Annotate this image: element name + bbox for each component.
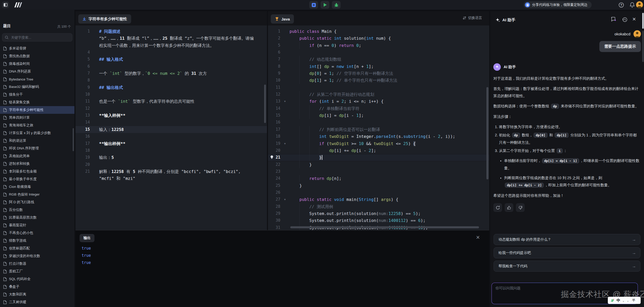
sidebar-item-20[interactable]: 阿 D 的飞行路线 (0, 198, 74, 206)
sidebar-item-24[interactable]: 不再贪心的小包 (0, 229, 74, 237)
description-row[interactable]: 12 (75, 105, 267, 112)
page-scrollbar-track-segment[interactable] (642, 31, 644, 62)
new-chat-icon[interactable] (611, 17, 617, 22)
fold-chevron-icon[interactable]: ▾ (282, 98, 287, 105)
description-row[interactable]: 5## 输入格式 (75, 56, 267, 63)
description-row[interactable]: 18 (75, 147, 267, 154)
description-row[interactable]: 程实现一个函数，用来计算一个数字有多少种不同的翻译方法。 (75, 42, 267, 49)
code-line-23[interactable]: 23 (268, 168, 489, 175)
code-line-13[interactable]: 13▾ for (int i = 2; i <= n; i++) { (268, 98, 489, 105)
code-line-1[interactable]: 1public class Main { (268, 28, 489, 35)
close-panel-icon[interactable]: ✕ (632, 16, 636, 22)
description-row[interactable]: 13**输入样例** (75, 112, 267, 119)
code-line-30[interactable]: 30 System.out.println(solution(num:14001… (268, 217, 489, 224)
sidebar-item-29[interactable]: 蛋糕工厂 (0, 268, 74, 275)
code-editor[interactable]: 1public class Main {2 public static int … (268, 26, 489, 230)
description-row[interactable]: 20 (75, 161, 267, 168)
sidebar-item-19[interactable]: RGB 色值转 Integer (0, 191, 74, 198)
sidebar-item-23[interactable]: 暴雨梨花针 (0, 221, 74, 229)
code-line-19[interactable]: 19▾ if (twoDigit >= 10 && twoDigit <= 25… (268, 140, 489, 147)
sidebar-item-18[interactable]: Cion 勒索病毒 (0, 183, 74, 191)
editor-horizontal-scrollbar[interactable] (290, 226, 479, 228)
code-line-25[interactable]: 25 } (268, 182, 489, 189)
notification-bell-icon[interactable] (630, 2, 635, 8)
description-row[interactable]: 10 (75, 91, 267, 98)
regenerate-button[interactable] (493, 203, 502, 212)
sidebar-item-4[interactable]: Bytedance Tree (0, 75, 74, 83)
description-row[interactable]: 17**输出样例** (75, 140, 267, 147)
problem-tab[interactable]: 字符串有多少种可能性 (78, 14, 131, 24)
sidebar-item-34[interactable]: 二分数字 (0, 306, 74, 307)
share-campaign-pill[interactable]: 分享代码练习体验，领限量定制周边 (524, 1, 592, 8)
ime-status-bar[interactable]: 中。，半 (608, 297, 641, 304)
sidebar-item-0[interactable]: 多米诺骨牌 (0, 45, 74, 52)
code-line-10[interactable]: 10 dp[1] = 1; // 单个字符也只有一种翻译方法 (268, 77, 489, 84)
sidebar-item-28[interactable]: 打点计数器 (0, 260, 74, 268)
sidebar-item-8[interactable]: 字符串有多少种可能性 (0, 106, 74, 114)
output-tab[interactable]: 输出 (80, 234, 94, 242)
sidebar-item-2[interactable]: 病毒感染时间 (0, 60, 74, 68)
description-row[interactable]: 14 (75, 119, 267, 126)
sidebar-item-12[interactable]: 和的逆运算 (0, 137, 74, 145)
description-row[interactable]: 19输出：5 (75, 154, 267, 161)
output-close-icon[interactable]: ✕ (476, 235, 480, 240)
sidebar-item-15[interactable]: 进制求和转换 (0, 160, 74, 168)
sidebar-item-33[interactable]: 二叉树供暖 (0, 298, 74, 306)
description-row[interactable]: “b”，……，11 翻译成 “l”，……，25 翻译成 “z”。一个数字可能有多… (75, 35, 267, 42)
sidebar-item-27[interactable]: 穿越沙漠的补给次数 (0, 252, 74, 260)
code-line-17[interactable]: 17 // 判断前两位是否可以一起翻译 (268, 126, 489, 133)
thumbs-up-button[interactable] (505, 203, 513, 212)
code-line-18[interactable]: 18 int twoDigit = Integer.parseInt(s.sub… (268, 133, 489, 140)
code-line-28[interactable]: 28 // 测试用例 (268, 203, 489, 210)
fold-chevron-icon[interactable]: ▾ (282, 140, 287, 147)
user-avatar[interactable] (636, 1, 643, 8)
code-line-15[interactable]: 15 dp[i] = dp[i - 1]; (268, 112, 489, 119)
code-line-14[interactable]: 14 // 单独翻译当前字符 (268, 105, 489, 112)
sidebar-item-6[interactable]: 猫鱼分干 (0, 91, 74, 98)
sidebar-item-11[interactable]: 计算位置 x 到 y 的最少步数 (0, 129, 74, 137)
sidebar-item-22[interactable]: 比赛最高获胜次数 (0, 214, 74, 221)
sidebar-item-16[interactable]: 拿到最多红包金额 (0, 168, 74, 175)
description-row[interactable]: 8 (75, 77, 267, 84)
description-row[interactable]: 7一个 `int` 型的数字，`0 <= num <= 2` 的 31 次方 (75, 70, 267, 77)
sidebar-toggle-button[interactable] (2, 2, 9, 8)
suggestion-chip-1[interactable]: 给我一些代码提示吧→ (494, 247, 640, 258)
sidebar-item-31[interactable]: 叠盘子 (0, 283, 74, 291)
code-line-21[interactable]: 21 } (268, 154, 489, 161)
code-line-8[interactable]: 8 int[] dp = new int[n + 1]; (268, 63, 489, 70)
new-run-button[interactable] (309, 1, 318, 9)
sidebar-item-26[interactable]: 创意标题匹配 (0, 244, 74, 252)
suggestion-chip-2[interactable]: 帮我检查一下代码→ (494, 261, 640, 272)
problem-scrollbar[interactable] (264, 85, 266, 123)
sidebar-item-9[interactable]: 简单四则计算 (0, 114, 74, 121)
code-line-22[interactable]: 22 } (268, 161, 489, 168)
sidebar-item-30[interactable]: SQL 代码补全 (0, 275, 74, 283)
language-tab[interactable]: Java (271, 14, 294, 24)
code-line-20[interactable]: 20 dp[i] += dp[i - 2]; (268, 147, 489, 154)
code-line-2[interactable]: 2 public static int solution(int num) { (268, 35, 489, 42)
sidebar-scrollbar[interactable] (73, 128, 74, 151)
sidebar-item-3[interactable]: DNA 序列还原 (0, 68, 74, 75)
code-line-26[interactable]: 26 (268, 189, 489, 196)
description-row[interactable]: 6 (75, 63, 267, 70)
code-line-5[interactable]: 5 if (n == 0) return 0; (268, 42, 489, 49)
sidebar-item-7[interactable]: 链表聚集交换 (0, 98, 74, 106)
sidebar-item-14[interactable]: 及格如此简单 (0, 152, 74, 160)
sidebar-item-32[interactable]: 大数和距离 (0, 291, 74, 298)
sidebar-item-21[interactable]: 百分位数 (0, 206, 74, 214)
sidebar-item-13[interactable]: 环状 DNA 序列整理 (0, 145, 74, 152)
description-row[interactable]: 11也是一个 `int` 型数字，代表字符串的总共可能性 (75, 98, 267, 105)
sidebar-item-10[interactable]: 青海湖租车之旅 (0, 121, 74, 129)
page-scrollbar-thumb[interactable] (642, 13, 644, 29)
code-line-7[interactable]: 7 // 动态规划数组 (268, 56, 489, 63)
debug-button[interactable] (332, 1, 341, 9)
code-line-24[interactable]: 24 return dp[n]; (268, 175, 489, 182)
description-row[interactable]: 9## 输出格式 (75, 84, 267, 91)
code-line-11[interactable]: 11 (268, 84, 489, 91)
code-line-6[interactable]: 6 (268, 49, 489, 56)
code-line-29[interactable]: 29 System.out.println(solution(num:12258… (268, 210, 489, 217)
thumbs-down-button[interactable] (516, 203, 525, 212)
problem-description-editor[interactable]: 1# 问题描述“b”，……，11 翻译成 “l”，……，25 翻译成 “z”。一… (75, 26, 267, 230)
code-line-12[interactable]: 12 // 从第二个字符开始进行动态规划 (268, 91, 489, 98)
sidebar-item-1[interactable]: 查找热点数据 (0, 52, 74, 60)
